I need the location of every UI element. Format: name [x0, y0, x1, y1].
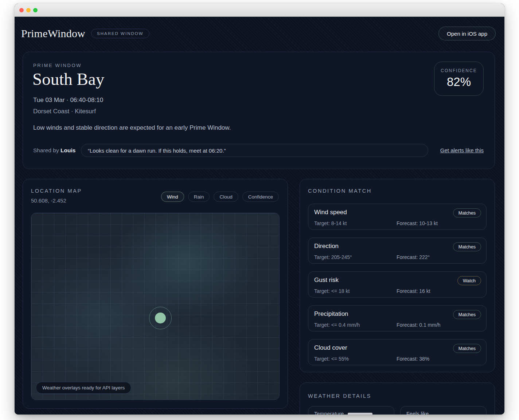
confidence-label: CONFIDENCE	[434, 68, 483, 73]
map-overlay-note: Weather overlays ready for API layers	[36, 382, 131, 394]
status-badge[interactable]: Matches	[453, 242, 481, 251]
location-marker-icon[interactable]	[155, 313, 166, 323]
condition-name: Wind speed	[314, 209, 347, 216]
condition-match-title: CONDITION MATCH	[308, 188, 372, 194]
condition-target: Target: 8-14 kt	[314, 220, 347, 226]
macos-window: PrimeWindow SHARED WINDOW Open in iOS ap…	[15, 4, 504, 415]
shared-by-label: Shared by	[33, 147, 59, 153]
condition-forecast: Forecast: 16 kt	[397, 288, 430, 294]
window-description: Low winds and stable direction are expec…	[33, 124, 231, 132]
window-datetime: Tue 03 Mar · 06:40-08:10	[33, 97, 103, 104]
condition-row-wind-speed: Wind speed Matches Target: 8-14 kt Forec…	[308, 204, 487, 230]
condition-target: Target: <= 18 kt	[314, 288, 350, 294]
condition-row-precipitation: Precipitation Matches Target: <= 0.4 mm/…	[308, 305, 487, 331]
map-coordinates: 50.608, -2.452	[31, 197, 66, 204]
condition-rows: Wind speed Matches Target: 8-14 kt Forec…	[308, 204, 487, 365]
condition-name: Gust risk	[314, 276, 339, 284]
minimize-window-button[interactable]	[26, 8, 31, 12]
get-alerts-link[interactable]: Get alerts like this	[440, 147, 484, 153]
spot-title: South Bay	[32, 69, 104, 89]
layer-toggle-cloud[interactable]: Cloud	[214, 192, 238, 202]
layer-toggle-rain[interactable]: Rain	[188, 192, 210, 202]
app-logo: PrimeWindow	[21, 27, 85, 40]
condition-forecast: Forecast: 222°	[397, 254, 430, 260]
shared-by-name: Louis	[61, 147, 75, 153]
weather-details-card: WEATHER DETAILS Temperature Feels like	[300, 382, 495, 415]
hero-eyebrow: PRIME WINDOW	[33, 63, 82, 68]
weather-tile-temperature: Temperature	[308, 406, 394, 415]
map-canvas[interactable]: Weather overlays ready for API layers	[31, 213, 280, 400]
weather-tile-label: Feels like	[406, 411, 429, 415]
condition-name: Precipitation	[314, 310, 348, 318]
confidence-box: CONFIDENCE 82%	[434, 62, 484, 96]
confidence-value: 82%	[434, 75, 483, 89]
close-window-button[interactable]	[19, 8, 24, 12]
condition-forecast: Forecast: 10-13 kt	[397, 220, 438, 226]
shared-window-badge: SHARED WINDOW	[91, 29, 149, 38]
location-map-card: LOCATION MAP 50.608, -2.452 Wind Rain Cl…	[23, 179, 288, 409]
value-placeholder	[348, 413, 372, 415]
condition-name: Cloud cover	[314, 344, 347, 352]
condition-forecast: Forecast: 0.1 mm/h	[397, 322, 441, 328]
traffic-lights	[19, 8, 38, 12]
location-sport: Dorset Coast · Kitesurf	[33, 108, 96, 115]
app-body: PrimeWindow SHARED WINDOW Open in iOS ap…	[15, 17, 504, 415]
layer-toggle-wind[interactable]: Wind	[161, 192, 184, 202]
open-ios-app-button[interactable]: Open in iOS app	[438, 27, 496, 40]
status-badge[interactable]: Watch	[457, 276, 481, 285]
status-badge[interactable]: Matches	[453, 344, 481, 353]
weather-details-title: WEATHER DETAILS	[308, 393, 371, 399]
condition-row-direction: Direction Matches Target: 205-245° Forec…	[308, 238, 487, 264]
condition-target: Target: <= 0.4 mm/h	[314, 322, 360, 328]
map-layer-toggles: Wind Rain Cloud Confidence	[161, 192, 279, 202]
weather-tile-feels-like: Feels like	[400, 406, 487, 415]
weather-details-grid: Temperature Feels like	[308, 406, 487, 415]
condition-forecast: Forecast: 38%	[397, 356, 429, 362]
condition-match-card: CONDITION MATCH Wind speed Matches Targe…	[300, 179, 495, 372]
location-map-title: LOCATION MAP	[31, 188, 82, 194]
condition-row-cloud-cover: Cloud cover Matches Target: <= 55% Forec…	[308, 339, 487, 365]
condition-target: Target: 205-245°	[314, 254, 352, 260]
condition-target: Target: <= 55%	[314, 356, 349, 362]
share-row: Shared by Louis “Looks clean for a dawn …	[33, 144, 484, 157]
weather-tile-label: Temperature	[314, 411, 344, 415]
condition-name: Direction	[314, 243, 339, 250]
app-header: PrimeWindow SHARED WINDOW Open in iOS ap…	[21, 26, 496, 41]
condition-row-gust-risk: Gust risk Watch Target: <= 18 kt Forecas…	[308, 271, 487, 298]
status-badge[interactable]: Matches	[453, 208, 481, 217]
window-titlebar	[15, 4, 504, 17]
share-quote: “Looks clean for a dawn run. If this hol…	[81, 144, 428, 157]
shared-by-text: Shared by Louis	[33, 147, 75, 154]
zoom-window-button[interactable]	[33, 8, 38, 12]
prime-window-card: PRIME WINDOW South Bay Tue 03 Mar · 06:4…	[23, 52, 495, 169]
layer-toggle-confidence[interactable]: Confidence	[242, 192, 279, 202]
status-badge[interactable]: Matches	[453, 310, 481, 319]
